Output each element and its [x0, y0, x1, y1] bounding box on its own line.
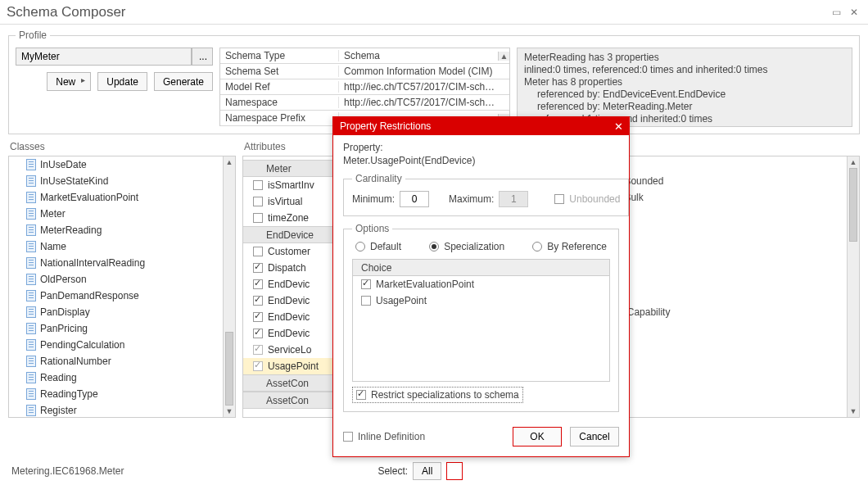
choice-checkbox[interactable] — [361, 279, 371, 289]
attribute-checkbox[interactable] — [253, 345, 263, 355]
document-icon — [25, 356, 37, 367]
attribute-checkbox[interactable] — [253, 296, 263, 306]
info-line: referenced by: EndDeviceEvent.EndDevice — [524, 88, 845, 101]
prop-value[interactable]: Common Information Model (CIM) — [339, 66, 498, 77]
options-legend: Options — [352, 223, 392, 234]
document-icon — [25, 175, 37, 187]
choice-header: Choice — [353, 260, 609, 276]
class-item[interactable]: PendingCalculation — [9, 337, 235, 353]
choice-checkbox[interactable] — [361, 296, 371, 306]
unbounded-checkbox — [554, 194, 564, 204]
attribute-label: EndDevic — [268, 328, 310, 339]
close-icon[interactable]: ✕ — [611, 120, 626, 133]
attribute-checkbox[interactable] — [253, 247, 263, 256]
class-item[interactable]: InUseDate — [9, 156, 235, 173]
info-line: referenced by: MeterReading.Meter — [524, 101, 845, 113]
attribute-checkbox[interactable] — [253, 197, 263, 206]
profile-browse-button[interactable]: ... — [192, 48, 213, 66]
info-line: MeterReading has 3 properties — [524, 52, 845, 64]
class-item[interactable]: ReadingType — [9, 386, 235, 402]
document-icon — [25, 372, 37, 383]
class-item[interactable]: InUseStateKind — [9, 173, 235, 189]
class-label: PendingCalculation — [40, 339, 124, 351]
document-icon — [25, 290, 37, 301]
document-icon — [25, 159, 37, 170]
attribute-label: Customer — [268, 246, 310, 257]
scroll-thumb[interactable] — [849, 168, 857, 242]
class-label: Reading — [40, 372, 77, 383]
class-label: OldPerson — [40, 274, 87, 285]
cardinality-legend: Cardinality — [352, 173, 405, 184]
attribute-label: UsagePoint — [268, 360, 319, 372]
scroll-down-icon[interactable]: ▼ — [848, 406, 859, 417]
class-item[interactable]: RationalNumber — [9, 353, 235, 369]
class-item[interactable]: Register — [9, 402, 235, 418]
ok-button[interactable]: OK — [513, 427, 562, 446]
scrollbar[interactable]: ▲ ▼ — [847, 156, 859, 417]
prop-value[interactable]: http://iec.ch/TC57/2017/CIM-schem... — [339, 97, 498, 108]
inline-definition-checkbox[interactable] — [343, 432, 353, 442]
update-button[interactable]: Update — [97, 72, 147, 91]
option-specialization[interactable]: Specialization — [429, 241, 504, 252]
generate-button[interactable]: Generate — [154, 72, 213, 91]
prop-value[interactable]: Schema — [339, 50, 498, 61]
select-other-button[interactable] — [446, 462, 463, 480]
attribute-checkbox[interactable] — [253, 361, 263, 371]
class-item[interactable]: Reading — [9, 369, 235, 386]
document-icon — [25, 339, 37, 351]
prop-key: Namespace — [220, 97, 339, 108]
class-label: PanDisplay — [40, 306, 90, 318]
schema-properties-table: Schema TypeSchema▲ Schema SetCommon Info… — [219, 48, 510, 126]
inline-definition-row[interactable]: Inline Definition — [343, 431, 425, 442]
choice-item[interactable]: UsagePoint — [353, 292, 609, 309]
attribute-checkbox[interactable] — [253, 312, 263, 322]
attribute-checkbox[interactable] — [253, 213, 263, 223]
class-item[interactable]: Meter — [9, 206, 235, 222]
class-item[interactable]: PanPricing — [9, 320, 235, 337]
scroll-up-icon[interactable]: ▲ — [848, 156, 859, 168]
prop-key: Schema Set — [220, 66, 339, 77]
class-label: PanPricing — [40, 323, 88, 334]
window-close-icon[interactable]: ✕ — [845, 0, 863, 25]
scroll-thumb[interactable] — [225, 332, 233, 406]
class-item[interactable]: NationalIntervalReading — [9, 255, 235, 271]
scrollbar[interactable]: ▲ ▼ — [223, 156, 235, 417]
window-maximize-icon[interactable]: ▭ — [827, 0, 845, 25]
prop-value[interactable]: http://iec.ch/TC57/2017/CIM-schem... — [339, 81, 498, 93]
option-by-reference[interactable]: By Reference — [532, 241, 607, 252]
new-button[interactable]: New — [47, 72, 91, 91]
document-icon — [25, 323, 37, 334]
profile-name-input[interactable] — [16, 48, 192, 66]
class-item[interactable]: MeterReading — [9, 222, 235, 238]
attribute-checkbox[interactable] — [253, 263, 263, 273]
class-item[interactable]: PanDemandResponse — [9, 288, 235, 304]
info-line: Meter has 8 properties — [524, 76, 845, 88]
attribute-checkbox[interactable] — [253, 180, 263, 190]
class-item[interactable]: PanDisplay — [9, 304, 235, 320]
restrict-specializations-row[interactable]: Restrict specializations to schema — [352, 387, 523, 403]
document-icon — [25, 405, 37, 416]
scroll-down-icon[interactable]: ▼ — [224, 406, 235, 417]
window-title: Schema Composer — [7, 0, 126, 25]
classes-listbox[interactable]: InUseDateInUseStateKindMarketEvaluationP… — [8, 156, 236, 418]
attribute-label: isVirtual — [268, 196, 302, 207]
class-item[interactable]: Name — [9, 238, 235, 255]
restrict-checkbox[interactable] — [356, 390, 366, 400]
select-all-button[interactable]: All — [413, 462, 441, 480]
cancel-button[interactable]: Cancel — [570, 427, 619, 446]
prop-key: Schema Type — [220, 50, 339, 61]
scroll-up-icon[interactable]: ▲ — [498, 52, 509, 61]
document-icon — [25, 208, 37, 220]
option-default[interactable]: Default — [355, 241, 401, 252]
attribute-label: EndDevic — [268, 311, 310, 323]
attribute-checkbox[interactable] — [253, 329, 263, 338]
class-item[interactable]: OldPerson — [9, 271, 235, 288]
minimum-input[interactable] — [400, 191, 429, 207]
class-item[interactable]: MarketEvaluationPoint — [9, 189, 235, 206]
choice-item[interactable]: MarketEvaluationPoint — [353, 276, 609, 292]
attribute-checkbox[interactable] — [253, 279, 263, 289]
scroll-up-icon[interactable]: ▲ — [224, 156, 235, 168]
dialog-titlebar[interactable]: Property Restrictions ✕ — [333, 117, 629, 135]
document-icon — [25, 274, 37, 285]
choice-listbox[interactable]: Choice MarketEvaluationPoint UsagePoint — [352, 259, 610, 382]
